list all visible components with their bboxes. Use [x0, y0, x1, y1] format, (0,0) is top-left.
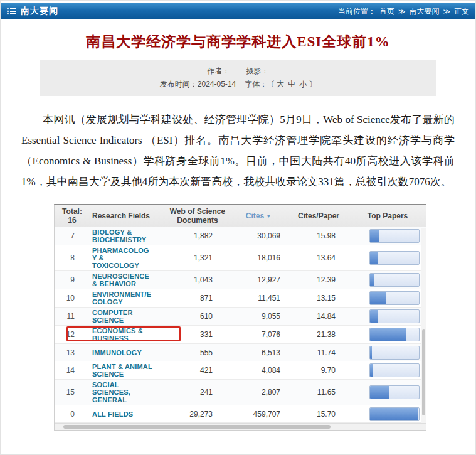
top-papers-bar-fill: [370, 346, 372, 359]
rank-cell: 9: [55, 276, 90, 284]
top-papers-bar: [369, 309, 420, 323]
table-row: 12ECONOMICS & BUSINESS3317,07621.38: [55, 326, 426, 344]
rank-cell: 0: [55, 410, 90, 419]
rank-cell: 8: [55, 254, 90, 262]
header-top-papers: Top Papers: [349, 211, 426, 220]
meta-line-publish: 发布时间：2024-05-14字体：〔大中小〕: [40, 78, 436, 91]
documents-cell: 331: [166, 330, 229, 339]
top-papers-bar-fill: [370, 386, 389, 399]
vertical-scrollbar-thumb: [422, 329, 425, 415]
esi-table-header: Total: 16 Research Fields Web of Science…: [55, 205, 426, 227]
documents-cell: 1,321: [166, 254, 229, 262]
cites-cell: 6,513: [229, 348, 288, 357]
cites-per-paper-cell: 21.38: [288, 330, 349, 339]
top-papers-cell: [349, 328, 426, 341]
field-name-cell: SOCIAL SCIENCES, GENERAL: [90, 381, 166, 404]
cites-cell: 7,076: [229, 330, 288, 339]
table-row: 10ENVIRONMENT/E COLOGY87111,45113.15: [55, 289, 426, 308]
rank-cell: 13: [55, 348, 90, 357]
documents-cell: 29,273: [166, 410, 229, 419]
field-name-cell: ALL FIELDS: [90, 410, 166, 418]
table-row: 11COMPUTER SCIENCE6109,05514.84: [55, 308, 426, 326]
top-papers-cell: [349, 385, 426, 399]
rank-cell: 14: [55, 366, 90, 375]
cites-per-paper-cell: 11.65: [288, 388, 349, 397]
documents-cell: 1,043: [166, 276, 229, 284]
cites-per-paper-cell: 15.70: [288, 410, 349, 419]
article-title: 南昌大学经济学与商学学科进入ESI全球前1%: [7, 32, 469, 51]
documents-cell: 871: [166, 294, 229, 302]
breadcrumb: 当前位置： 首页 ≫ 南大要闻 ≫ 正文: [338, 6, 469, 17]
article-meta: 作者：摄影： 发布时间：2024-05-14字体：〔大中小〕: [40, 60, 436, 96]
field-name-cell: IMMUNOLOGY: [90, 349, 166, 356]
cites-cell: 30,069: [229, 232, 288, 240]
top-papers-bar-fill: [370, 230, 379, 242]
top-papers-bar-fill: [370, 310, 378, 323]
top-papers-bar: [369, 251, 420, 265]
table-row: 7BIOLOGY & BIOCHEMISTRY1,88230,06915.98: [55, 227, 426, 245]
horizontal-scrollbar-thumb: [63, 425, 331, 429]
breadcrumb-separator: ≫: [443, 8, 450, 16]
rank-cell: 11: [55, 312, 90, 321]
top-papers-bar-fill: [370, 292, 386, 304]
section-title: 南大要闻: [21, 6, 58, 17]
rank-cell: 15: [55, 388, 90, 397]
breadcrumb-current[interactable]: 正文: [454, 6, 469, 17]
rank-cell: 7: [55, 232, 90, 240]
top-papers-bar-fill: [370, 328, 406, 341]
font-size-small-button[interactable]: 小: [299, 80, 307, 88]
table-row: 9NEUROSCIENCE & BEHAVIOR1,04312,92712.39: [55, 271, 426, 289]
top-papers-cell: [349, 251, 426, 265]
top-papers-bar-fill: [370, 364, 373, 377]
font-bracket-open: 〔: [267, 80, 275, 88]
documents-cell: 1,882: [166, 232, 229, 240]
header-total: Total: 16: [55, 207, 90, 225]
field-name-cell: ECONOMICS & BUSINESS: [90, 327, 166, 342]
font-size-label: 字体：: [245, 80, 267, 88]
field-name-cell: ENVIRONMENT/E COLOGY: [90, 291, 166, 306]
font-size-large-button[interactable]: 大: [277, 80, 284, 88]
cites-per-paper-cell: 13.15: [288, 294, 349, 302]
top-papers-bar: [369, 291, 420, 305]
header-research-fields: Research Fields: [90, 211, 166, 220]
horizontal-scrollbar: [55, 423, 426, 430]
breadcrumb-label: 当前位置：: [338, 6, 376, 17]
field-name-cell: BIOLOGY & BIOCHEMISTRY: [90, 228, 166, 244]
table-row: 15SOCIAL SCIENCES, GENERAL2412,80711.65: [55, 380, 426, 405]
font-size-medium-button[interactable]: 中: [288, 80, 295, 88]
breadcrumb-section-link[interactable]: 南大要闻: [409, 6, 439, 17]
top-papers-bar-fill: [370, 252, 378, 264]
top-papers-bar: [369, 407, 420, 421]
cites-cell: 459,707: [229, 410, 288, 419]
rank-cell: 12: [55, 330, 90, 339]
header-cites-per-paper: Cites/Paper: [288, 211, 349, 220]
news-article-page: 南大要闻 当前位置： 首页 ≫ 南大要闻 ≫ 正文 南昌大学经济学与商学学科进入…: [0, 0, 476, 455]
documents-cell: 421: [166, 366, 229, 375]
top-papers-cell: [349, 309, 426, 323]
table-row: 14PLANT & ANIMAL SCIENCE4214,0849.70: [55, 361, 426, 380]
esi-table-image: Total: 16 Research Fields Web of Science…: [54, 204, 426, 431]
cites-per-paper-cell: 15.98: [288, 232, 349, 240]
cites-cell: 9,055: [229, 312, 288, 321]
field-name-cell: NEUROSCIENCE & BEHAVIOR: [90, 272, 166, 287]
breadcrumb-home-link[interactable]: 首页: [379, 6, 394, 17]
section-header-bar: 南大要闻 当前位置： 首页 ≫ 南大要闻 ≫ 正文: [1, 3, 475, 19]
cites-per-paper-cell: 14.84: [288, 312, 349, 321]
field-name-cell: PHARMACOLOG Y & TOXICOLOGY: [90, 247, 166, 269]
cites-cell: 4,084: [229, 366, 288, 375]
top-papers-cell: [349, 363, 426, 377]
cites-per-paper-cell: 12.39: [288, 276, 349, 284]
documents-cell: 610: [166, 312, 229, 321]
top-papers-bar-fill: [370, 274, 374, 286]
table-row: 0ALL FIELDS29,273459,70715.70: [55, 405, 426, 423]
top-papers-bar: [369, 363, 420, 377]
publish-date: 2024-05-14: [198, 80, 236, 88]
table-row: 13IMMUNOLOGY5556,51311.74: [55, 344, 426, 361]
top-papers-bar-fill: [370, 408, 418, 420]
cites-cell: 2,807: [229, 388, 288, 397]
font-bracket-close: 〕: [309, 80, 316, 88]
cites-per-paper-cell: 9.70: [288, 366, 349, 375]
vertical-scrollbar: [421, 228, 426, 423]
top-papers-bar: [369, 385, 420, 399]
esi-table-body: 7BIOLOGY & BIOCHEMISTRY1,88230,06915.988…: [55, 227, 426, 423]
